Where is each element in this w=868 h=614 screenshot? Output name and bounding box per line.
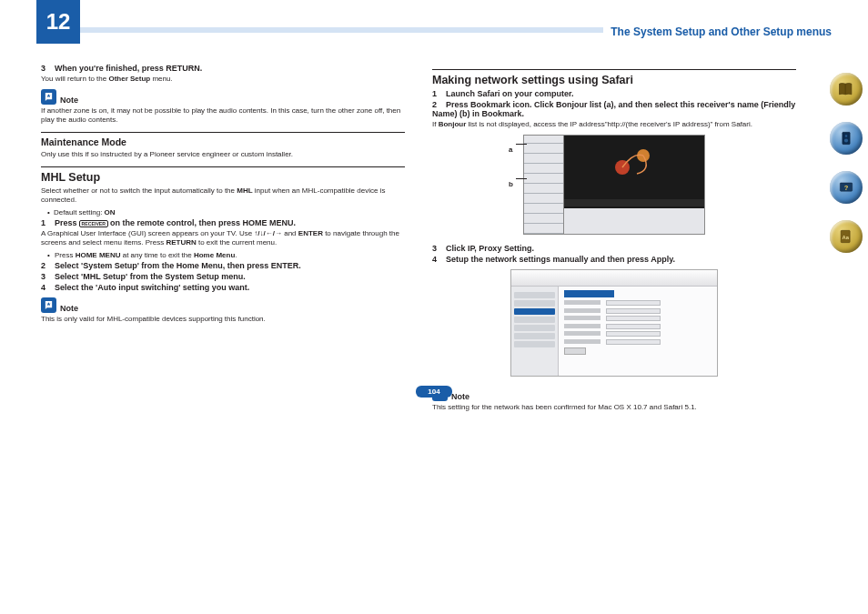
note-icon xyxy=(41,297,56,313)
note-2: Note xyxy=(41,297,405,313)
header-rule xyxy=(80,27,603,33)
note-label: Note xyxy=(451,392,469,401)
safari-step2-body: If Bonjour list is not displayed, access… xyxy=(432,120,796,129)
svg-point-5 xyxy=(844,138,848,142)
divider xyxy=(432,69,796,70)
receiver-button-icon: RECEIVER xyxy=(79,220,108,227)
safari-step2: 2Press Bookmark icon. Click Bonjour list… xyxy=(432,100,796,118)
help-icon[interactable]: ? xyxy=(830,171,863,204)
note2-body: This is only valid for MHL-compatible de… xyxy=(41,315,405,324)
mhl-default: Default setting: ON xyxy=(41,208,405,216)
page-number: 104 xyxy=(416,386,452,398)
page-header: 12 The System Setup and Other Setup menu… xyxy=(41,0,832,44)
svg-rect-3 xyxy=(843,132,850,144)
note-label: Note xyxy=(60,96,78,105)
mhl-step3: 3Select 'MHL Setup' from the System Setu… xyxy=(41,272,405,281)
svg-text:Aa: Aa xyxy=(842,235,849,240)
speaker-icon[interactable] xyxy=(830,122,863,155)
note-3: Note xyxy=(432,386,796,401)
left-column: 3When you're finished, press RETURN. You… xyxy=(41,62,405,416)
mhl-intro: Select whether or not to switch the inpu… xyxy=(41,186,405,205)
divider xyxy=(41,166,405,167)
book-icon[interactable] xyxy=(830,73,863,106)
mhl-step1: 1Press RECEIVER on the remote control, t… xyxy=(41,218,405,227)
maintenance-title: Maintenance Mode xyxy=(41,136,405,147)
safari-settings-screenshot xyxy=(510,269,718,377)
safari-step3: 3Click IP, Proxy Setting. xyxy=(432,244,796,253)
note1-body: If another zone is on, it may not be pos… xyxy=(41,106,405,125)
step-finished: 3When you're finished, press RETURN. xyxy=(41,64,405,73)
mhl-step2: 2Select 'System Setup' from the Home Men… xyxy=(41,261,405,270)
glossary-icon[interactable]: Aa xyxy=(830,220,863,253)
mhl-step1-body: A Graphical User Interface (GUI) screen … xyxy=(41,229,405,247)
maintenance-body: Only use this if so instructed by a Pion… xyxy=(41,150,405,159)
callout-a: a xyxy=(509,146,512,154)
side-nav: ? Aa xyxy=(830,73,863,253)
divider xyxy=(41,132,405,133)
note-1: Note xyxy=(41,89,405,105)
safari-step1: 1Launch Safari on your computer. xyxy=(432,89,796,98)
note-label: Note xyxy=(60,304,78,313)
mhl-bullet: Press HOME MENU at any time to exit the … xyxy=(41,251,405,259)
safari-step4: 4Setup the network settings manually and… xyxy=(432,255,796,264)
mhl-title: MHL Setup xyxy=(41,171,405,184)
mhl-step4: 4Select the 'Auto input switching' setti… xyxy=(41,283,405,292)
callout-b: b xyxy=(509,180,513,188)
chapter-number: 12 xyxy=(36,0,80,44)
svg-point-4 xyxy=(845,135,848,137)
header-title: The System Setup and Other Setup menus xyxy=(603,0,832,38)
note3-body: This setting for the network has been co… xyxy=(432,403,796,412)
note-icon xyxy=(41,89,56,105)
safari-title: Making network settings using Safari xyxy=(432,74,796,86)
finished-body: You will return to the Other Setup menu. xyxy=(41,75,405,84)
right-column: Making network settings using Safari 1La… xyxy=(432,62,796,416)
safari-bookmark-screenshot: a b xyxy=(523,135,705,235)
svg-text:?: ? xyxy=(844,184,849,192)
